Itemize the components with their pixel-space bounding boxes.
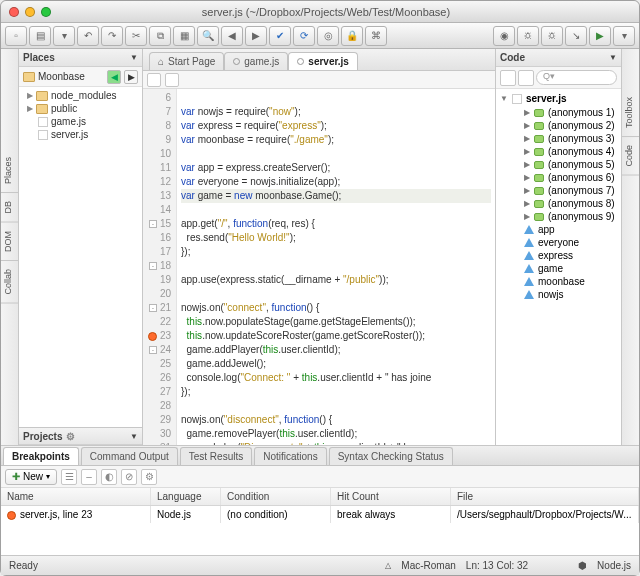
nav-fwd-icon[interactable]: ▶ [124, 70, 138, 84]
nav-icon[interactable] [165, 73, 179, 87]
col-hit[interactable]: Hit Count [331, 488, 451, 505]
status-encoding[interactable]: Mac-Roman [401, 560, 455, 571]
col-cond[interactable]: Condition [221, 488, 331, 505]
tool-open-icon[interactable]: ▤ [29, 26, 51, 46]
tool-save-icon[interactable]: ▾ [53, 26, 75, 46]
delete-button[interactable]: – [81, 469, 97, 485]
tool-record-icon[interactable]: ◉ [493, 26, 515, 46]
tool-cut-icon[interactable]: ✂ [125, 26, 147, 46]
col-file[interactable]: File [451, 488, 639, 505]
outline-item[interactable]: ▶(anonymous 7) [496, 184, 621, 197]
status-lang[interactable]: Node.js [597, 560, 631, 571]
tool-run-icon[interactable]: ▶ [589, 26, 611, 46]
lefttab-places[interactable]: Places [1, 149, 18, 193]
outline-item[interactable]: app [496, 223, 621, 236]
tool-debug2-icon[interactable]: ⛭ [541, 26, 563, 46]
filter-icon[interactable] [518, 70, 534, 86]
breakpoint-icon[interactable] [148, 332, 157, 341]
sort-button[interactable]: ☰ [61, 469, 77, 485]
places-root[interactable]: Moonbase [38, 71, 85, 82]
places-header: Places ▼ [19, 49, 142, 67]
file-icon[interactable] [147, 73, 161, 87]
gear-icon[interactable]: ⚙ [66, 431, 75, 442]
fold-icon[interactable]: - [149, 262, 157, 270]
toggle-button[interactable]: ◐ [101, 469, 117, 485]
lefttab-dom[interactable]: DOM [1, 223, 18, 261]
tool-step-icon[interactable]: ↘ [565, 26, 587, 46]
tool-tidy-icon[interactable]: ⟳ [293, 26, 315, 46]
outline-item[interactable]: express [496, 249, 621, 262]
close-icon[interactable] [9, 7, 19, 17]
tab-server[interactable]: server.js [288, 52, 358, 70]
chevron-down-icon[interactable]: ▼ [130, 53, 138, 62]
outline-item[interactable]: ▶(anonymous 8) [496, 197, 621, 210]
lefttab-db[interactable]: DB [1, 193, 18, 223]
outline-item[interactable]: moonbase [496, 275, 621, 288]
tab-start[interactable]: ⌂Start Page [149, 52, 224, 70]
tool-find-icon[interactable]: 🔍 [197, 26, 219, 46]
col-lang[interactable]: Language [151, 488, 221, 505]
tool-next-icon[interactable]: ▶ [245, 26, 267, 46]
fold-icon[interactable]: - [149, 346, 157, 354]
fold-icon[interactable]: - [149, 304, 157, 312]
tool-copy-icon[interactable]: ⧉ [149, 26, 171, 46]
sort-icon[interactable] [500, 70, 516, 86]
minimize-icon[interactable] [25, 7, 35, 17]
tree-node[interactable]: ▶node_modules [19, 89, 142, 102]
outline-item[interactable]: ▶(anonymous 2) [496, 119, 621, 132]
bottom-tab[interactable]: Command Output [81, 447, 178, 465]
tool-redo-icon[interactable]: ↷ [101, 26, 123, 46]
tool-debug1-icon[interactable]: ⛭ [517, 26, 539, 46]
close-tab-icon[interactable] [297, 58, 304, 65]
bottom-tab[interactable]: Breakpoints [3, 447, 79, 465]
col-name[interactable]: Name [1, 488, 151, 505]
main-toolbar: ▫ ▤ ▾ ↶ ↷ ✂ ⧉ ▦ 🔍 ◀ ▶ ✔ ⟳ ◎ 🔒 ⌘ ◉ ⛭ ⛭ ↘ … [1, 23, 639, 49]
tool-snippet-icon[interactable]: ⌘ [365, 26, 387, 46]
tool-lock-icon[interactable]: 🔒 [341, 26, 363, 46]
bottom-tab[interactable]: Syntax Checking Status [329, 447, 453, 465]
tool-more-icon[interactable]: ▾ [613, 26, 635, 46]
traffic-lights [9, 7, 51, 17]
tool-new-icon[interactable]: ▫ [5, 26, 27, 46]
tool-paste-icon[interactable]: ▦ [173, 26, 195, 46]
code-editor[interactable]: 67891011121314-151617-181920-212223-2425… [143, 89, 495, 445]
outline-item[interactable]: game [496, 262, 621, 275]
outline-item[interactable]: ▶(anonymous 9) [496, 210, 621, 223]
settings-button[interactable]: ⚙ [141, 469, 157, 485]
bottom-tab[interactable]: Notifications [254, 447, 326, 465]
outline-file[interactable]: ▼server.js [496, 91, 621, 106]
line-gutter[interactable]: 67891011121314-151617-181920-212223-2425… [143, 89, 177, 445]
nav-back-icon[interactable]: ◀ [107, 70, 121, 84]
new-breakpoint-button[interactable]: ✚New▾ [5, 469, 57, 485]
outline-item[interactable]: nowjs [496, 288, 621, 301]
outline-item[interactable]: ▶(anonymous 6) [496, 171, 621, 184]
tree-node[interactable]: game.js [19, 115, 142, 128]
outline-item[interactable]: ▶(anonymous 1) [496, 106, 621, 119]
code-area[interactable]: var nowjs = require("now");var express =… [177, 89, 495, 445]
outline-item[interactable]: everyone [496, 236, 621, 249]
tree-node[interactable]: ▶public [19, 102, 142, 115]
bottom-tab[interactable]: Test Results [180, 447, 252, 465]
fold-icon[interactable]: - [149, 220, 157, 228]
table-row[interactable]: server.js, line 23 Node.js (no condition… [1, 506, 639, 523]
lefttab-collab[interactable]: Collab [1, 261, 18, 304]
zoom-icon[interactable] [41, 7, 51, 17]
chevron-down-icon[interactable]: ▼ [130, 432, 138, 441]
tool-check-icon[interactable]: ✔ [269, 26, 291, 46]
editor-tabs: ⌂Start Page game.js server.js [143, 49, 495, 71]
tab-game[interactable]: game.js [224, 52, 288, 70]
disable-button[interactable]: ⊘ [121, 469, 137, 485]
tree-node[interactable]: server.js [19, 128, 142, 141]
outline-search[interactable]: Q▾ [536, 70, 617, 85]
chevron-down-icon[interactable]: ▼ [609, 53, 617, 62]
outline-item[interactable]: ▶(anonymous 3) [496, 132, 621, 145]
projects-header[interactable]: Projects ⚙ ▼ [19, 427, 142, 445]
righttab-toolbox[interactable]: Toolbox [622, 89, 639, 137]
close-tab-icon[interactable] [233, 58, 240, 65]
righttab-code[interactable]: Code [622, 137, 639, 176]
tool-prev-icon[interactable]: ◀ [221, 26, 243, 46]
tool-preview-icon[interactable]: ◎ [317, 26, 339, 46]
outline-item[interactable]: ▶(anonymous 4) [496, 145, 621, 158]
tool-undo-icon[interactable]: ↶ [77, 26, 99, 46]
outline-item[interactable]: ▶(anonymous 5) [496, 158, 621, 171]
